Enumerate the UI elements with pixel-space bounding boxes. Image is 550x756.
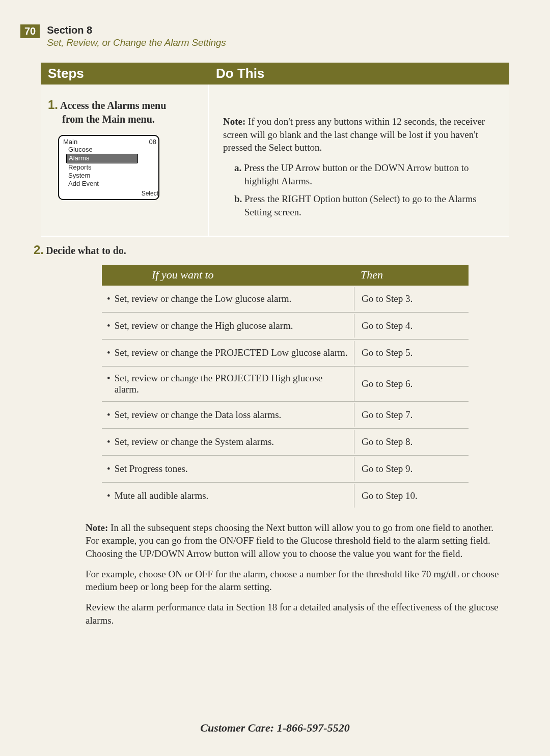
page-number-badge: 70 (20, 24, 40, 38)
column-header-steps: Steps (41, 63, 209, 85)
page-header: 70 Section 8 Set, Review, or Change the … (20, 24, 509, 48)
decision-if-cell: •Set, review or change the PROJECTED Low… (102, 341, 354, 365)
decision-if-text: Set, review or change the High glucose a… (115, 320, 293, 331)
step-1-title-line2: from the Main menu. (62, 114, 155, 125)
closing-p3: Review the alarm performance data in Sec… (86, 601, 508, 627)
decision-if-text: Set, review or change the Data loss alar… (115, 409, 282, 421)
section-subtitle: Set, Review, or Change the Alarm Setting… (47, 37, 226, 48)
decision-if-text: Set Progress tones. (115, 463, 188, 474)
closing-note-label: Note: (86, 522, 108, 533)
decision-if-cell: •Set, review or change the System alarms… (102, 430, 354, 454)
substep-b: b. Press the RIGHT Option button (Select… (234, 192, 495, 218)
decision-header-if: If you want to (102, 265, 348, 286)
decision-then-cell: Go to Step 4. (354, 314, 469, 338)
decision-if-cell: •Set, review or change the High glucose … (102, 314, 354, 338)
device-menu-item: Reports (59, 163, 158, 172)
decision-if-text: Set, review or change the PROJECTED High… (115, 373, 349, 395)
bullet-icon: • (105, 293, 111, 304)
device-menu-item-selected: Alarms (66, 154, 138, 163)
decision-if-text: Set, review or change the PROJECTED Low … (115, 347, 348, 358)
step-2-title: Decide what to do. (46, 245, 126, 256)
footer-customer-care: Customer Care: 1-866-597-5520 (0, 721, 550, 735)
substep-a-label: a. (234, 162, 241, 173)
decision-then-cell: Go to Step 9. (354, 457, 469, 481)
decision-header-then: Then (348, 265, 469, 286)
decision-then-cell: Go to Step 5. (354, 341, 469, 365)
device-menu-item: Glucose (59, 146, 158, 154)
decision-row: •Set, review or change the Data loss ala… (102, 402, 469, 429)
decision-row: •Mute all audible alarms.Go to Step 10. (102, 483, 469, 509)
bullet-icon: • (105, 436, 111, 447)
note-text: If you don't press any buttons within 12… (223, 116, 485, 153)
decision-if-text: Set, review or change the Low glucose al… (115, 293, 292, 304)
step-1-title-line1: Access the Alarms menu (60, 100, 166, 111)
decision-if-cell: •Set Progress tones. (102, 457, 354, 481)
device-menu-title: Main (63, 138, 77, 146)
step-2-number: 2. (34, 243, 44, 257)
decision-row: •Set, review or change the PROJECTED Low… (102, 340, 469, 367)
device-screen-mock: Main 08 Glucose Alarms Reports System Ad… (58, 135, 159, 200)
substep-b-text: Press the RIGHT Option button (Select) t… (242, 193, 476, 217)
bullet-icon: • (105, 347, 111, 358)
bullet-icon: • (105, 320, 111, 331)
device-clock: 08 (149, 138, 156, 146)
step-1-row: 1. Access the Alarms menu from the Main … (41, 85, 509, 236)
decision-if-cell: •Set, review or change the Low glucose a… (102, 287, 354, 311)
step-1-substeps: a. Press the UP Arrow button or the DOWN… (223, 161, 495, 219)
decision-then-cell: Go to Step 6. (354, 372, 469, 396)
device-footer-select: Select (59, 188, 158, 197)
closing-p1: In all the subsequent steps choosing the… (86, 522, 493, 559)
decision-if-text: Set, review or change the System alarms. (115, 436, 274, 447)
note-label: Note: (223, 116, 245, 127)
decision-if-cell: •Mute all audible alarms. (102, 484, 354, 508)
decision-row: •Set, review or change the Low glucose a… (102, 286, 469, 313)
decision-if-cell: •Set, review or change the Data loss ala… (102, 403, 354, 427)
column-header-bar: Steps Do This (41, 63, 509, 85)
bullet-icon: • (105, 409, 111, 421)
closing-notes: Note: In all the subsequent steps choosi… (86, 521, 508, 627)
device-menu-item: Add Event (59, 180, 158, 188)
decision-then-cell: Go to Step 8. (354, 430, 469, 454)
decision-if-cell: •Set, review or change the PROJECTED Hig… (102, 367, 354, 401)
substep-b-label: b. (234, 193, 242, 204)
decision-row: •Set, review or change the System alarms… (102, 429, 469, 456)
decision-row: •Set, review or change the PROJECTED Hig… (102, 367, 469, 402)
substep-a: a. Press the UP Arrow button or the DOWN… (234, 161, 495, 187)
substep-a-text: Press the UP Arrow button or the DOWN Ar… (241, 162, 469, 186)
step-2-heading: 2. Decide what to do. (41, 237, 509, 265)
closing-p2: For example, choose ON or OFF for the al… (86, 568, 508, 594)
column-header-do-this: Do This (209, 63, 509, 85)
decision-table-header: If you want to Then (102, 265, 469, 286)
bullet-icon: • (105, 490, 111, 501)
bullet-icon: • (105, 463, 111, 474)
decision-then-cell: Go to Step 7. (354, 403, 469, 427)
decision-then-cell: Go to Step 10. (354, 484, 469, 508)
decision-row: •Set, review or change the High glucose … (102, 313, 469, 340)
section-label: Section 8 (47, 24, 226, 36)
decision-row: •Set Progress tones.Go to Step 9. (102, 456, 469, 483)
bullet-icon: • (105, 373, 111, 395)
step-1-number: 1. (48, 98, 58, 111)
instruction-grid: Steps Do This 1. Access the Alarms menu … (41, 63, 509, 627)
step-1-note: Note: If you don't press any buttons wit… (223, 115, 495, 154)
decision-if-text: Mute all audible alarms. (115, 490, 209, 501)
decision-table: If you want to Then •Set, review or chan… (102, 265, 469, 509)
device-menu-item: System (59, 172, 158, 180)
decision-then-cell: Go to Step 3. (354, 287, 469, 311)
